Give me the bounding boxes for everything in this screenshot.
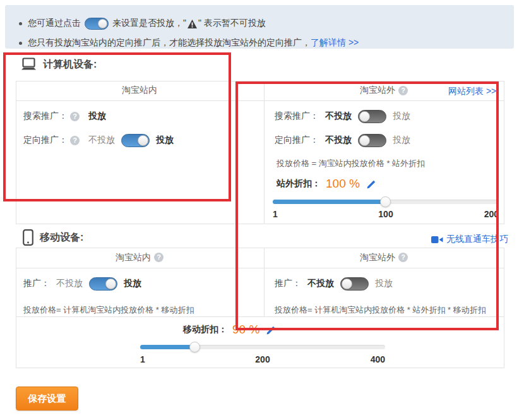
mobile-discount-row: 移动折扣： 90 % xyxy=(183,322,276,337)
warning-icon xyxy=(188,20,197,28)
state-on-label: 投放 xyxy=(156,135,174,146)
row-divider xyxy=(16,316,504,317)
site-list-link[interactable]: 网站列表 >> xyxy=(448,86,496,97)
computer-onsite-header: 淘宝站内 xyxy=(16,81,263,100)
notice-text-after: " 表示暂不可投放 xyxy=(198,18,266,29)
toggle-knob xyxy=(359,111,370,122)
section-title-label: 计算机设备: xyxy=(43,58,97,71)
discount-label: 站外折扣： xyxy=(277,178,321,189)
mobile-offsite-promo-toggle[interactable] xyxy=(340,277,369,291)
mobile-icon xyxy=(23,229,33,246)
state-off-label: 不投放 xyxy=(325,111,352,122)
header-label: 淘宝站外 xyxy=(360,85,395,96)
notice-line-1: 您可通过点击 来设置是否投放，" " 表示暂不可投放 xyxy=(19,16,266,31)
section-title-label: 移动设备: xyxy=(40,231,83,244)
wireless-tips-link[interactable]: 无线直通车技巧 xyxy=(431,234,508,245)
taobao-placement-settings-page: 您可通过点击 来设置是否投放，" " 表示暂不可投放 您只有投放淘宝站内的定向推… xyxy=(0,0,524,420)
mobile-discount-slider[interactable] xyxy=(140,345,385,349)
row-label: 定向推广： xyxy=(23,135,68,146)
bullet-icon xyxy=(19,22,22,25)
notice-text: 您只有投放淘宝站内的定向推广后，才能选择投放淘宝站外的定向推广， xyxy=(28,37,311,49)
notice-text-before: 您可通过点击 xyxy=(28,18,81,29)
learn-more-link[interactable]: 了解详情 >> xyxy=(311,37,359,49)
state-off-label: 不投放 xyxy=(325,135,352,146)
toggle-example-icon xyxy=(85,18,109,30)
offsite-discount-row: 站外折扣： 100 % xyxy=(277,176,376,191)
computer-offsite-search-toggle[interactable] xyxy=(358,110,386,123)
header-divider xyxy=(16,100,504,101)
mobile-onsite-header: 淘宝站内 ? xyxy=(16,248,263,267)
computer-onsite-target-toggle[interactable] xyxy=(121,134,150,147)
slider-fill xyxy=(140,345,195,349)
link-label: 无线直通车技巧 xyxy=(446,234,508,245)
toggle-knob xyxy=(342,279,352,289)
state-off-label: 不投放 xyxy=(88,135,115,146)
row-label: 推广： xyxy=(275,278,301,289)
edit-discount-icon[interactable] xyxy=(266,325,276,335)
toggle-knob xyxy=(98,19,107,28)
toggle-knob xyxy=(105,279,116,289)
state-on-label: 投放 xyxy=(393,135,410,146)
row-label: 搜索推广： xyxy=(23,111,68,122)
discount-label: 移动折扣： xyxy=(183,324,227,335)
header-label: 淘宝站外 xyxy=(360,252,395,263)
discount-value: 90 % xyxy=(232,323,259,337)
toggle-knob xyxy=(138,135,148,146)
mobile-onsite-formula: 投放价格= 计算机淘宝站内投放价格 * 移动折扣 xyxy=(23,304,194,316)
state-on-label: 投放 xyxy=(393,111,410,122)
state-off-label: 不投放 xyxy=(307,278,334,289)
header-label: 淘宝站内 xyxy=(122,85,157,96)
header-divider xyxy=(16,268,504,268)
discount-value: 100 % xyxy=(326,177,360,191)
computer-onsite-target-row: 定向推广： ? 不投放 投放 xyxy=(23,132,180,148)
state-label: 投放 xyxy=(88,111,106,122)
row-label: 搜索推广： xyxy=(275,111,319,122)
mobile-slider-scale: 1 200 400 xyxy=(140,354,385,364)
scale-max: 200 xyxy=(484,209,499,219)
help-icon[interactable]: ? xyxy=(154,253,164,262)
computer-offsite-target-toggle[interactable] xyxy=(358,134,386,147)
mobile-onsite-promo-row: 推广： 不投放 投放 xyxy=(23,275,148,292)
offsite-discount-slider[interactable] xyxy=(273,200,499,204)
computer-offsite-search-row: 搜索推广： 不投放 投放 xyxy=(275,109,417,124)
computer-icon xyxy=(21,57,37,72)
scale-min: 1 xyxy=(140,354,145,364)
notice-box: 您可通过点击 来设置是否投放，" " 表示暂不可投放 您只有投放淘宝站内的定向推… xyxy=(5,5,514,49)
mobile-onsite-promo-toggle[interactable] xyxy=(89,277,117,291)
offsite-slider-scale: 1 100 200 xyxy=(273,209,499,219)
state-on-label: 投放 xyxy=(124,278,141,289)
mobile-offsite-header: 淘宝站外 ? xyxy=(263,248,504,267)
toggle-knob xyxy=(359,135,370,146)
row-label: 推广： xyxy=(23,278,50,289)
header-label: 淘宝站内 xyxy=(116,252,151,263)
state-on-label: 投放 xyxy=(375,278,393,289)
scale-mid: 200 xyxy=(255,354,270,364)
video-camera-icon xyxy=(431,236,443,244)
edit-discount-icon[interactable] xyxy=(366,179,376,189)
bullet-icon xyxy=(19,42,22,45)
slider-handle[interactable] xyxy=(380,196,391,207)
slider-handle[interactable] xyxy=(189,342,200,352)
state-off-label: 不投放 xyxy=(56,278,83,289)
scale-min: 1 xyxy=(273,209,278,219)
help-icon[interactable]: ? xyxy=(70,136,80,145)
help-icon[interactable]: ? xyxy=(70,112,80,121)
notice-text-middle: 来设置是否投放，" xyxy=(112,18,186,29)
computer-onsite-search-row: 搜索推广： ? 投放 xyxy=(23,109,112,124)
computer-section-title: 计算机设备: xyxy=(21,57,97,72)
mobile-section-title: 移动设备: xyxy=(23,229,83,246)
help-icon[interactable]: ? xyxy=(398,86,408,95)
scale-mid: 100 xyxy=(378,209,393,219)
help-icon[interactable]: ? xyxy=(398,253,408,262)
scale-max: 400 xyxy=(371,354,385,364)
mobile-offsite-formula: 投放价格= 计算机淘宝站内投放价格 * 站外折扣 * 移动折扣 xyxy=(275,304,486,316)
mobile-offsite-promo-row: 推广： 不投放 投放 xyxy=(275,275,399,292)
notice-line-2: 您只有投放淘宝站内的定向推广后，才能选择投放淘宝站外的定向推广， 了解详情 >> xyxy=(19,35,359,51)
slider-fill xyxy=(273,200,386,204)
save-settings-button[interactable]: 保存设置 xyxy=(16,387,78,411)
offsite-price-formula: 投放价格 = 淘宝站内投放价格 * 站外折扣 xyxy=(277,158,425,169)
row-label: 定向推广： xyxy=(275,135,319,146)
computer-offsite-target-row: 定向推广： 不投放 投放 xyxy=(275,132,417,148)
column-divider xyxy=(264,81,265,224)
